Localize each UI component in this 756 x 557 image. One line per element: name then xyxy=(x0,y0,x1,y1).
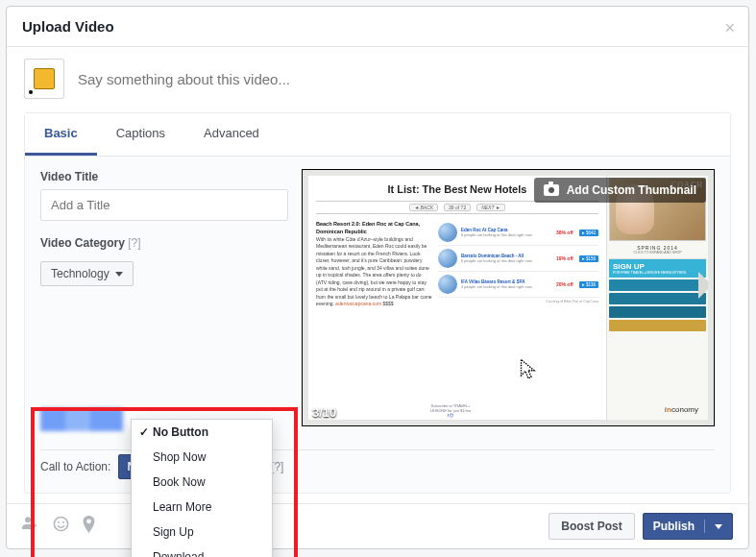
cta-option-download[interactable]: Download xyxy=(132,545,272,557)
tab-basic[interactable]: Basic xyxy=(25,113,97,156)
help-icon[interactable]: [?] xyxy=(271,460,283,473)
video-thumbnail-preview: It List: The Best New Hotels ◄ BACK 39 o… xyxy=(302,169,715,426)
basic-form: Video Title Video Category [?] Technolog… xyxy=(25,157,304,300)
upload-video-dialog: Upload Video × Basic Captions Advanced V… xyxy=(6,6,749,549)
video-category-dropdown[interactable]: Technology xyxy=(40,261,134,286)
tab-advanced[interactable]: Advanced xyxy=(184,113,279,156)
redacted-region xyxy=(40,408,123,431)
cursor-icon xyxy=(520,358,537,381)
tag-people-icon[interactable] xyxy=(22,516,39,538)
cta-option-sign-up[interactable]: Sign Up xyxy=(132,520,272,545)
tabs: Basic Captions Advanced xyxy=(25,113,730,157)
dialog-footer: Boost Post Publish xyxy=(7,503,748,548)
video-title-input[interactable] xyxy=(40,189,288,221)
svg-point-0 xyxy=(54,517,67,530)
cta-option-no-button[interactable]: ✓No Button xyxy=(132,420,272,445)
close-icon[interactable]: × xyxy=(724,18,735,38)
video-category-label: Video Category [?] xyxy=(40,236,288,250)
help-icon[interactable]: [?] xyxy=(128,236,140,250)
boost-post-button[interactable]: Boost Post xyxy=(549,513,634,540)
watermark: ínconomy xyxy=(665,405,698,414)
composer-row xyxy=(7,47,748,112)
mock-pager: ◄ BACK 39 of 72 NEXT ► xyxy=(316,201,598,214)
video-title-label: Video Title xyxy=(40,170,288,183)
cta-label: Call to Action: xyxy=(40,460,110,473)
chevron-down-icon xyxy=(715,524,722,529)
chevron-down-icon xyxy=(115,272,123,277)
location-icon[interactable] xyxy=(83,516,95,538)
emoji-icon[interactable] xyxy=(53,516,69,538)
cta-option-shop-now[interactable]: Shop Now xyxy=(132,445,272,470)
dialog-header: Upload Video × xyxy=(7,7,748,47)
cta-dropdown-menu: ✓No Button Shop Now Book Now Learn More … xyxy=(131,419,273,557)
publish-button[interactable]: Publish xyxy=(643,513,733,540)
post-text-input[interactable] xyxy=(76,70,731,88)
svg-point-1 xyxy=(58,521,60,523)
cta-option-book-now[interactable]: Book Now xyxy=(132,470,272,495)
thumbnail-page-counter: 3/10 xyxy=(312,405,336,420)
dialog-title: Upload Video xyxy=(22,18,114,35)
thumbnail-content: It List: The Best New Hotels ◄ BACK 39 o… xyxy=(308,176,708,420)
add-custom-thumbnail-button[interactable]: Add Custom Thumbnail xyxy=(534,178,706,203)
camera-icon xyxy=(544,184,559,196)
svg-point-2 xyxy=(62,521,64,523)
content-panel: Basic Captions Advanced Video Title Vide… xyxy=(24,112,731,494)
cta-option-learn-more[interactable]: Learn More xyxy=(132,495,272,520)
tab-captions[interactable]: Captions xyxy=(97,113,184,156)
page-avatar xyxy=(24,59,64,99)
